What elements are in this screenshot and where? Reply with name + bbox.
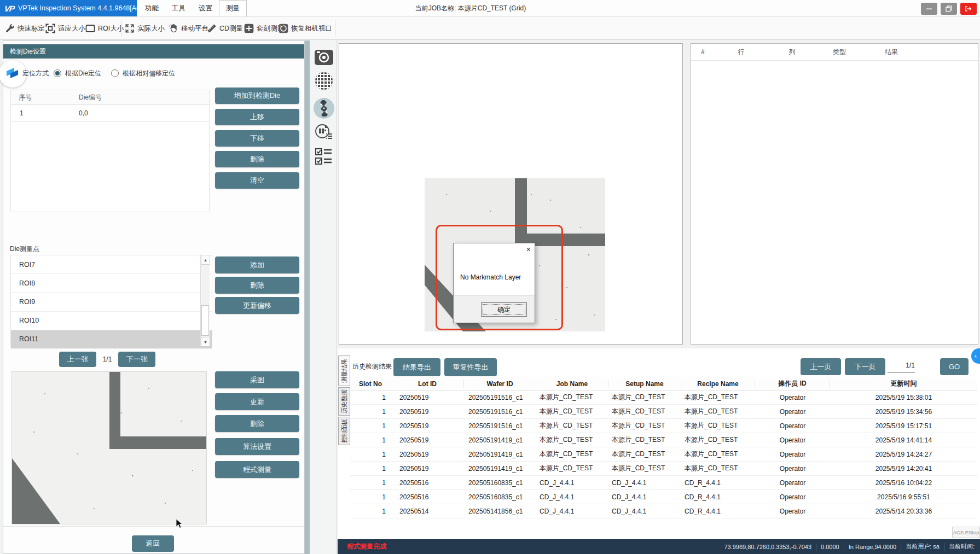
next-image-button[interactable]: 下一张 [118, 352, 155, 367]
tab-history-data[interactable]: 历史数据 [338, 387, 350, 416]
history-table-body: 1 20250519 202505191516_c1 本源片_CD_TEST 本… [350, 390, 977, 518]
table-row[interactable]: 1 20250519 202505191419_c1 本源片_CD_TEST 本… [350, 433, 977, 447]
list-item[interactable]: ROI10 [11, 312, 212, 330]
wafer-result-list-tool-button[interactable] [314, 121, 334, 142]
back-button[interactable]: 返回 [132, 535, 174, 552]
scroll-down-button[interactable]: ▼ [201, 337, 210, 347]
radio-icon [54, 69, 61, 77]
minimize-icon [926, 5, 932, 12]
go-button[interactable]: GO [940, 358, 969, 375]
list-item[interactable]: ROI9 [11, 293, 212, 311]
camera-tool-button[interactable] [314, 46, 334, 67]
radio-icon [111, 69, 119, 77]
export-results-button[interactable]: 结果导出 [393, 358, 440, 376]
list-item[interactable]: ROI11 [11, 330, 212, 349]
tool-label: CD测量 [219, 24, 243, 33]
roi-label: ROI10 [19, 317, 39, 324]
table-row[interactable]: 1 20250519 202505191419_c1 本源片_CD_TEST 本… [350, 462, 977, 476]
fit-size-button[interactable]: 适应大小 [45, 21, 85, 36]
radio-die-positioning[interactable]: 根据Die定位 [54, 69, 101, 78]
menu-measure[interactable]: 测量 [219, 0, 247, 16]
prev-image-button[interactable]: 上一张 [59, 352, 96, 367]
add-to-detect-die-button[interactable]: 增加到检测Die [215, 88, 299, 104]
cell-operator-id: Operator [755, 479, 830, 487]
column-header: 操作员 ID [755, 379, 830, 388]
dialog-close-button[interactable]: × [526, 246, 531, 253]
status-right: 73.9969,80.7260,0.3353,-0.7043 0.0000 In… [720, 539, 979, 554]
export-repeatability-button[interactable]: 重复性导出 [444, 358, 497, 376]
move-stage-button[interactable]: 移动平台 [168, 21, 208, 36]
next-page-button[interactable]: 下一页 [845, 358, 885, 375]
table-row[interactable]: 1 20250519 202505191516_c1 本源片_CD_TEST 本… [350, 390, 977, 405]
measure-tiles-tool-button[interactable] [314, 98, 334, 119]
cell-setup-name: CD_J_4.4.1 [608, 479, 681, 487]
tab-control-board[interactable]: 控制面板 [338, 417, 350, 445]
table-row[interactable]: 1 20250516 202505160835_c1 CD_J_4.4.1 CD… [350, 490, 977, 504]
scroll-up-button[interactable]: ▲ [201, 255, 210, 265]
dialog-ok-button[interactable]: 确定 [481, 302, 527, 317]
delete-button[interactable]: 删除 [215, 415, 299, 432]
cell-operator-id: Operator [755, 465, 830, 473]
delete-roi-button[interactable]: 删除 [215, 277, 299, 294]
capture-button[interactable]: 采图 [215, 371, 299, 388]
move-up-button[interactable]: 上移 [215, 109, 299, 125]
wafer-map-tool-button[interactable] [314, 71, 334, 91]
camera-viewport[interactable]: × No Markmatch Layer 确定 [339, 43, 683, 345]
clear-button[interactable]: 清空 [215, 172, 299, 189]
panel-splitter[interactable] [305, 40, 310, 554]
column-header: Wafer ID [464, 380, 536, 388]
table-row[interactable]: 1 0,0 [11, 105, 209, 122]
column-header: Recipe Name [681, 380, 755, 388]
update-button[interactable]: 更新 [215, 393, 299, 410]
restore-button[interactable] [941, 3, 957, 15]
roi-label: ROI8 [19, 279, 35, 287]
scrollbar-thumb[interactable] [201, 305, 209, 336]
table-row[interactable]: 1 20250516 202505160835_c1 CD_J_4.4.1 CD… [350, 476, 977, 490]
checklist-tool-button[interactable] [314, 146, 334, 167]
close-button[interactable] [960, 3, 977, 15]
list-item[interactable]: ROI7 [11, 255, 212, 274]
roi-size-button[interactable]: ROI大小 [85, 21, 124, 36]
cell-recipe-name: CD_R_4.4.1 [681, 493, 755, 501]
stage-coordinates: 73.9969,80.7260,0.3353,-0.7043 [720, 544, 816, 550]
cell-update-time: 2025/5/14 20:33:36 [830, 508, 977, 515]
minimize-button[interactable] [921, 3, 937, 15]
quick-calibration-button[interactable]: 快速标定 [4, 21, 45, 36]
list-item[interactable]: ROI8 [11, 274, 212, 293]
cell-wafer-id: 202505191516_c1 [464, 422, 536, 430]
cell-operator-id: Operator [755, 451, 830, 458]
delete-die-button[interactable]: 删除 [215, 151, 299, 167]
table-row[interactable]: 1 20250519 202505191419_c1 本源片_CD_TEST 本… [350, 447, 977, 462]
menu-settings[interactable]: 设置 [192, 0, 219, 16]
page-number-input[interactable]: 1/1 [888, 361, 915, 373]
table-row[interactable]: 1 20250519 202505191516_c1 本源片_CD_TEST 本… [350, 405, 977, 419]
cell-job-name: 本源片_CD_TEST [536, 464, 608, 473]
move-down-button[interactable]: 下移 [215, 130, 299, 147]
menu-function[interactable]: 功能 [138, 0, 165, 16]
cell-recipe-name: 本源片_CD_TEST [681, 464, 755, 473]
roi-scrollbar[interactable]: ▲ ▼ [200, 255, 210, 347]
cell-setup-name: 本源片_CD_TEST [608, 450, 681, 459]
cell-setup-name: CD_J_4.4.1 [608, 493, 681, 501]
cd-measure-button[interactable]: CD测量 [206, 21, 243, 36]
radio-offset-positioning[interactable]: 根据相对偏移定位 [111, 69, 175, 78]
dialog-footer: 确定 [454, 295, 535, 323]
wafer-grid-icon [314, 71, 334, 91]
prev-page-button[interactable]: 上一页 [801, 358, 841, 375]
tab-measure-result[interactable]: 测量结果 [338, 355, 350, 386]
add-roi-button[interactable]: 添加 [215, 256, 299, 273]
cell-update-time: 2025/5/19 15:17:51 [830, 422, 977, 430]
algorithm-settings-button[interactable]: 算法设置 [215, 438, 299, 455]
cell-job-name: CD_J_4.4.1 [536, 493, 608, 501]
positioning-options: 根据Die定位 根据相对偏移定位 [54, 67, 175, 79]
table-row[interactable]: 1 20250514 202505141856_c1 CD_J_4.4.1 CD… [350, 504, 977, 518]
menu-bar: 功能 工具 设置 测量 [138, 0, 247, 16]
program-measure-button[interactable]: 程式测量 [215, 461, 299, 478]
update-offset-button[interactable]: 更新偏移 [215, 297, 299, 314]
actual-size-button[interactable]: 实际大小 [124, 21, 165, 36]
cell-lot-id: 20250519 [391, 408, 464, 416]
restore-camera-view-button[interactable]: 恢复相机视口 [278, 21, 332, 36]
table-row[interactable]: 1 20250519 202505191516_c1 本源片_CD_TEST 本… [350, 419, 977, 433]
cell-update-time: 2025/5/19 14:20:41 [830, 465, 977, 473]
menu-tools[interactable]: 工具 [165, 0, 192, 16]
